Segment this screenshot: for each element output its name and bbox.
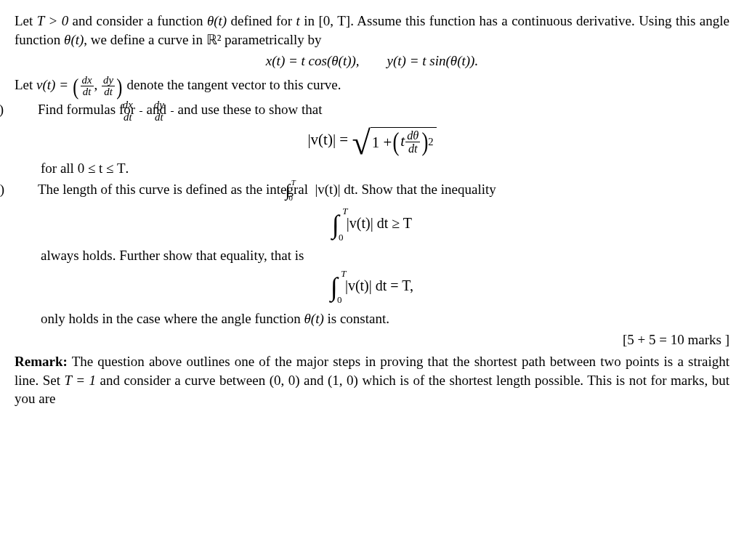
text: denote the tangent vector to this curve. bbox=[124, 77, 341, 92]
inequality-display: ∫T0 |v(t)| dt ≥ T bbox=[15, 207, 729, 243]
numerator: dx bbox=[81, 75, 94, 87]
text: only holds in the case where the angle f… bbox=[41, 311, 304, 326]
denominator: dt bbox=[405, 142, 420, 155]
part-b-label: (b) bbox=[15, 180, 38, 199]
numerator: dy bbox=[171, 100, 174, 112]
rparen-icon: ) bbox=[422, 133, 429, 151]
forall-paragraph: for all 0 ≤ t ≤ T. bbox=[15, 159, 729, 178]
frac-dy-dt: dydt bbox=[102, 75, 115, 98]
text: and use these to show that bbox=[174, 102, 323, 117]
lparen-icon: ( bbox=[73, 78, 78, 95]
numerator: dθ bbox=[405, 129, 420, 142]
xy-definition: x(t) = t cos(θ(t)), y(t) = t sin(θ(t)). bbox=[15, 52, 729, 70]
gap bbox=[360, 53, 387, 68]
text: is constant. bbox=[324, 311, 389, 326]
integrand: |v(t)| dt ≥ T bbox=[347, 215, 412, 231]
marks-line: [5 + 5 = 10 marks ] bbox=[15, 330, 729, 349]
text: . Show that the inequality bbox=[355, 182, 496, 197]
math-T-eq-1: T = 1 bbox=[65, 373, 97, 388]
sqrt-expression: √1 + (tdθdt)2 bbox=[352, 127, 436, 155]
frac-dx-dt: dxdt bbox=[81, 75, 94, 98]
paren-inner: tdθdt bbox=[400, 129, 421, 155]
norm-v-equation: |v(t)| = √1 + (tdθdt)2 bbox=[15, 127, 729, 155]
integral-wrap: ∫T0 bbox=[332, 207, 339, 243]
part-a-label: (a) bbox=[15, 100, 38, 119]
frac-dtheta-dt: dθdt bbox=[405, 129, 420, 155]
upper-bound: T bbox=[341, 267, 346, 280]
text: Let bbox=[15, 77, 36, 92]
math-R2: ℝ² bbox=[206, 32, 222, 47]
one-plus: 1 + bbox=[372, 132, 392, 153]
intro-paragraph: Let T > 0 and consider a function θ(t) d… bbox=[15, 12, 729, 49]
denominator: dt bbox=[171, 112, 174, 123]
range: 0 ≤ t ≤ T bbox=[78, 161, 126, 176]
integrand: |v(t)| dt bbox=[312, 182, 355, 197]
math-T-gt-0: T > 0 bbox=[37, 13, 68, 28]
math-interval: [0, T] bbox=[319, 13, 351, 28]
numerator: dy bbox=[102, 75, 115, 87]
lparen-icon: ( bbox=[393, 133, 400, 151]
t-var: t bbox=[400, 132, 405, 150]
denominator: dt bbox=[81, 86, 94, 98]
intro-text: parametrically by bbox=[221, 32, 321, 47]
equality-display: ∫T0 |v(t)| dt = T, bbox=[15, 269, 729, 305]
rparen-icon: ) bbox=[116, 78, 122, 95]
numerator: dx bbox=[140, 100, 142, 112]
theta-t: θ(t) bbox=[304, 311, 323, 326]
intro-text: defined for bbox=[227, 13, 296, 28]
intro-text: in bbox=[300, 13, 319, 28]
x-equation: x(t) = t cos(θ(t)), bbox=[266, 53, 360, 68]
integrand: |v(t)| dt = T, bbox=[345, 277, 413, 293]
exponent-2: 2 bbox=[428, 135, 433, 150]
lower-bound: 0 bbox=[337, 293, 342, 307]
sqrt-icon: √ bbox=[352, 130, 370, 158]
upper-bound: T bbox=[342, 205, 347, 218]
frac-dy-dt: dydt bbox=[171, 100, 174, 123]
math-theta-t: θ(t) bbox=[64, 32, 84, 47]
part-a-paragraph: (a)Find formulas for dxdt and dydt and u… bbox=[15, 100, 729, 123]
lhs: |v(t)| = bbox=[307, 131, 352, 148]
only-holds-paragraph: only holds in the case where the angle f… bbox=[15, 309, 729, 328]
sqrt-body: 1 + (tdθdt)2 bbox=[371, 127, 437, 155]
v-definition-paragraph: Let v(t) = (dxdt, dydt) denote the tange… bbox=[15, 75, 729, 98]
lower-bound: 0 bbox=[339, 231, 344, 244]
y-equation: y(t) = t sin(θ(t)). bbox=[387, 53, 479, 68]
always-paragraph: always holds. Further show that equality… bbox=[15, 246, 729, 265]
intro-text: and consider a function bbox=[68, 13, 207, 28]
comma: , bbox=[94, 77, 102, 92]
denominator: dt bbox=[140, 112, 142, 123]
denominator: dt bbox=[102, 86, 115, 98]
intro-text: , we define a curve in bbox=[84, 32, 206, 47]
intro-text: Let bbox=[15, 13, 37, 28]
fraction-group: dxdt, dydt bbox=[80, 75, 116, 98]
text: and consider a curve between bbox=[96, 373, 270, 388]
text: . bbox=[126, 161, 129, 176]
integral-wrap: ∫T0 bbox=[331, 269, 338, 305]
remark-paragraph: Remark: The question above outlines one … bbox=[15, 352, 729, 408]
point-00: (0, 0) bbox=[270, 373, 300, 388]
remark-label: Remark: bbox=[15, 354, 68, 369]
point-10: (1, 0) bbox=[328, 373, 358, 388]
frac-dx-dt: dxdt bbox=[140, 100, 142, 123]
text: for all bbox=[41, 161, 78, 176]
text: The length of this curve is defined as t… bbox=[38, 182, 312, 197]
math-theta-t: θ(t) bbox=[207, 13, 227, 28]
text: and bbox=[300, 373, 328, 388]
part-b-paragraph: (b)The length of this curve is defined a… bbox=[15, 179, 729, 203]
math-v-eq: v(t) = bbox=[36, 77, 72, 92]
